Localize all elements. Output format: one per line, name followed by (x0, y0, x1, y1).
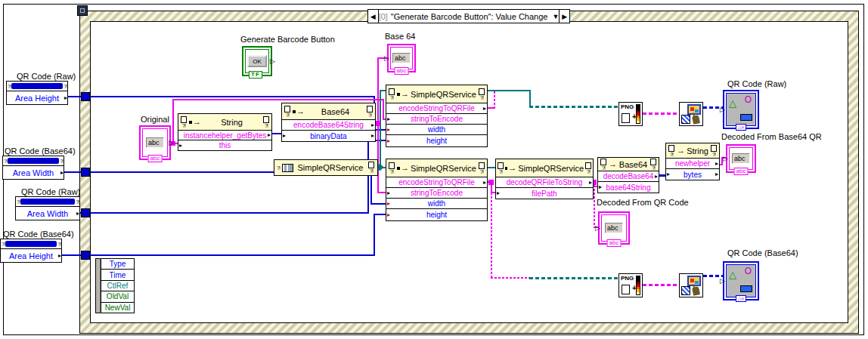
invoke-arrow-icon: → (609, 160, 617, 168)
wire-original-branch[interactable] (172, 99, 174, 144)
invoke-row-method[interactable]: encodeBase64String▸ (282, 120, 375, 131)
qrservice-class-constant[interactable]: ?! SimpleQRService ?! (274, 159, 378, 176)
param-name: stringToEncode (411, 115, 463, 123)
invoke-row-method[interactable]: newhelper▸ (666, 159, 719, 169)
color-strip-icon (636, 276, 640, 295)
property-node-area-height-raw[interactable]: ?!?! Area Height▸ (6, 81, 68, 105)
invoke-node-string-getbytes[interactable]: ?! → String ?! instancehelper_getBytes▸ … (178, 113, 272, 151)
wire-area-height-raw[interactable] (68, 96, 374, 97)
wire-qr2-file-to-png2[interactable] (491, 277, 529, 279)
wire-qr1-ref-out[interactable] (488, 90, 531, 91)
wire-area-height-base64[interactable] (374, 214, 386, 215)
invoke-node-qrservice-decode[interactable]: ?! → SimpleQRService ?! decodeQRFileToSt… (495, 159, 594, 199)
invoke-row-param[interactable]: ▸width (386, 199, 487, 209)
event-data-item[interactable]: Type (110, 260, 126, 268)
event-selector[interactable]: ◀ [0] "Generate Barcode Button": Value C… (367, 9, 570, 23)
wire-original-to-qr1[interactable] (383, 99, 384, 120)
output-arrow-icon: ▸ (64, 95, 67, 101)
stub-icon: ?! (480, 169, 483, 174)
param-name: stringToEncode (411, 189, 463, 197)
read-png-file-vi[interactable]: PNG + (618, 102, 643, 126)
reference-bar (5, 241, 57, 247)
output-arrow-icon: ▸ (268, 132, 271, 138)
invoke-node-qrservice-encode-base64[interactable]: ?! → SimpleQRService ?! encodeStringToQR… (386, 159, 488, 221)
invoke-row-param[interactable]: ▸binaryData▸ (282, 131, 375, 141)
wire-area-width-raw[interactable] (79, 212, 369, 214)
invoke-row-method[interactable]: decodeBase64▸ (598, 171, 659, 182)
property-node-area-width-raw[interactable]: ?!?! Area Width▸ (15, 196, 80, 220)
invoke-row-param[interactable]: ▸stringToEncode (386, 188, 487, 199)
stub-icon: ?! (182, 123, 185, 128)
original-string-control[interactable]: abc abc ▷ (139, 125, 171, 160)
draw-flattened-pixmap-vi[interactable] (679, 273, 703, 297)
invoke-row-param[interactable]: ▸base64String (598, 182, 659, 193)
invoke-row-method[interactable]: encodeStringToQRFile▸ (386, 177, 487, 188)
invoke-node-base64-encode[interactable]: ?! → Base64 ?! encodeBase64String▸ ▸bina… (281, 103, 376, 142)
event-data-item[interactable]: CtlRef (107, 282, 129, 290)
wire-area-width-base64[interactable] (370, 203, 386, 205)
wire-png1-to-draw1[interactable] (643, 112, 679, 115)
decoded-from-base64-indicator[interactable]: abc abc ▷ (726, 144, 756, 173)
method-name: decodeBase64 (603, 172, 654, 180)
invoke-row-param[interactable]: ▸stringToEncode (386, 114, 487, 125)
invoke-node-string-newhelper[interactable]: ?! → String ?! newhelper▸ ▸bytes▸ (665, 143, 720, 180)
generate-barcode-button-terminal[interactable]: OK TF ▷ (242, 46, 272, 76)
wire-getbytes-to-binarydata[interactable] (272, 133, 281, 134)
tunnel[interactable] (81, 208, 90, 217)
wire-path-to-png1[interactable] (529, 106, 618, 108)
wire-decodebase64-to-bytes[interactable] (659, 174, 665, 177)
next-event-arrow-icon[interactable]: ▶ (559, 10, 569, 23)
invoke-row-param[interactable]: ▸width (386, 125, 487, 135)
invoke-row-method[interactable]: decodeQRFileToString▸ (496, 177, 593, 188)
class-name: SimpleQRService (411, 164, 476, 173)
wire-original-to-qr1[interactable] (172, 99, 384, 100)
invoke-row-method[interactable]: encodeStringToQRFile▸ (386, 103, 487, 114)
wire-qrservice-ref-qr1[interactable] (380, 90, 386, 91)
qr-raw-picture-indicator[interactable]: △ O △o ▷ (723, 90, 759, 129)
invoke-node-qrservice-encode-raw[interactable]: ?! → SimpleQRService ?! encodeStringToQR… (386, 85, 488, 147)
wire-path-to-png2[interactable] (529, 277, 618, 279)
tunnel[interactable] (81, 92, 90, 101)
reference-bar (8, 158, 59, 164)
wire-qr1-filepath-out[interactable] (494, 91, 495, 107)
wire-to-qr2-stringtoencode[interactable] (377, 192, 386, 193)
prev-event-arrow-icon[interactable]: ◀ (368, 10, 379, 23)
invoke-node-base64-decode[interactable]: ?! → Base64 ?! decodeBase64▸ ▸base64Stri… (597, 157, 659, 193)
wire-area-width-base64[interactable] (370, 171, 372, 205)
wire-qr1-ref-out[interactable] (529, 90, 531, 107)
draw-flattened-pixmap-vi[interactable] (679, 102, 703, 126)
tunnel[interactable] (81, 168, 90, 177)
invoke-row-param[interactable]: ▸filePath (496, 188, 593, 199)
invoke-row-param[interactable]: ▸height (386, 135, 487, 146)
invoke-row-param[interactable]: ▸height (386, 209, 487, 220)
color-strip-icon (636, 104, 640, 124)
invoke-row-param[interactable]: ▸this (178, 140, 271, 150)
dotnet-ref-icon: ?! (262, 116, 270, 128)
wire-png2-to-draw2[interactable] (643, 284, 679, 286)
qr-base64-picture-indicator[interactable]: △ O △o ▷ (723, 261, 759, 300)
event-data-node[interactable]: Type Time CtlRef OldVal NewVal (101, 258, 135, 313)
invoke-row-param[interactable]: ▸bytes▸ (666, 169, 719, 180)
read-png-file-vi[interactable]: PNG + (618, 273, 643, 297)
param-name: bytes (684, 171, 702, 179)
event-data-item[interactable]: OldVal (107, 292, 129, 300)
event-data-item[interactable]: NewVal (105, 304, 131, 312)
decoded-from-qr-indicator[interactable]: abc abc ▷ (598, 211, 630, 245)
property-node-area-height-base64[interactable]: ?!?! Area Height▸ (0, 239, 62, 263)
wire-qr2-file-to-png2[interactable] (491, 181, 492, 279)
wire-qr2-ref-to-decode[interactable] (488, 167, 495, 168)
tunnel[interactable] (81, 251, 90, 260)
wire-area-height-base64[interactable] (62, 254, 375, 256)
wire-area-height-base64[interactable] (374, 214, 375, 256)
picture-rect-icon (740, 114, 752, 121)
wire-qr1-filepath-out[interactable] (488, 107, 495, 109)
wire-decoded-to-indicator[interactable] (594, 181, 595, 228)
base64-string-indicator[interactable]: abc abc ▷ (387, 44, 416, 72)
wire-qrservice-ref[interactable] (380, 90, 381, 168)
event-data-item[interactable]: Time (110, 271, 126, 279)
property-node-area-width-base64[interactable]: ?!?! Area Width▸ (2, 156, 64, 180)
invoke-row-method[interactable]: instancehelper_getBytes▸ (178, 131, 271, 140)
class-name: SimpleQRService (411, 90, 476, 99)
class-name: String (687, 146, 708, 156)
event-dropdown-icon[interactable]: ▼ (552, 13, 559, 20)
